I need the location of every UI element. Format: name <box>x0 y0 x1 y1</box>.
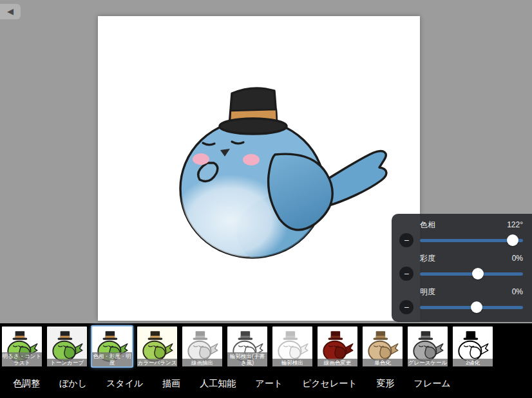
filter-thumbnail-label: 線画色変更 <box>318 359 357 366</box>
filter-thumbnail-label: 輪郭検出(手書き風) <box>227 352 267 366</box>
filter-thumbnail[interactable]: 単色化 <box>363 327 403 366</box>
hue-slider-row: 色相 122° − <box>399 218 523 251</box>
filter-thumbnail[interactable]: 色相・彩度・明度 <box>92 327 132 366</box>
hue-slider[interactable] <box>420 239 523 242</box>
hsb-adjust-panel: 色相 122° − 彩度 0% − <box>392 214 532 322</box>
filter-thumbnail[interactable]: グレースケール <box>408 327 448 366</box>
saturation-minus-button[interactable]: − <box>399 267 413 281</box>
filter-category-menu: 色調整ぼかしスタイル描画人工知能アートピクセレート変形フレーム <box>0 369 532 398</box>
saturation-slider-row: 彩度 0% − <box>399 251 523 285</box>
brightness-value: 0% <box>512 287 523 296</box>
filter-thumbnail-label: グレースケール <box>408 359 448 366</box>
filter-thumbnail-label: 明るさ・コントラスト <box>2 352 42 366</box>
bottom-bar: 明るさ・コントラスト トーンカーブ 色相・彩度・明度 カラーバランス 線画抽出 … <box>0 323 532 398</box>
hue-label: 色相 <box>420 220 435 231</box>
brightness-minus-button[interactable]: − <box>399 300 413 314</box>
menu-item[interactable]: 色調整 <box>13 378 40 390</box>
brightness-slider-row: 明度 0% − <box>399 285 523 318</box>
hue-value: 122° <box>507 220 523 229</box>
menu-item[interactable]: ぼかし <box>59 378 87 390</box>
menu-item[interactable]: スタイル <box>106 378 143 390</box>
menu-item[interactable]: アート <box>255 378 283 390</box>
filter-thumbnail[interactable]: 輪郭検出(手書き風) <box>227 327 267 366</box>
filter-thumbnail[interactable]: 明るさ・コントラスト <box>2 327 42 366</box>
filter-thumbnail[interactable]: 線画抽出 <box>182 327 222 366</box>
saturation-label: 彩度 <box>420 253 435 264</box>
drawing-canvas[interactable] <box>98 16 420 321</box>
saturation-value: 0% <box>512 254 523 263</box>
filter-thumbnail-label: トーンカーブ <box>47 359 87 366</box>
filter-thumbnail-label: 色相・彩度・明度 <box>92 352 132 366</box>
hue-minus-button[interactable]: − <box>399 233 413 247</box>
brightness-slider[interactable] <box>420 306 523 309</box>
menu-item[interactable]: ピクセレート <box>302 378 357 390</box>
saturation-slider-thumb[interactable] <box>472 268 484 280</box>
menu-item[interactable]: フレーム <box>414 378 451 390</box>
filter-thumbnail-label: 輪郭検出 <box>272 359 312 366</box>
filter-thumbnail[interactable]: 線画色変更 <box>318 327 357 366</box>
menu-item[interactable]: 描画 <box>162 378 180 390</box>
brightness-label: 明度 <box>420 287 435 298</box>
filter-thumbnail-label: 2値化 <box>453 359 493 366</box>
filter-thumbnail[interactable]: 2値化 <box>453 327 493 366</box>
saturation-slider[interactable] <box>420 272 523 276</box>
hue-slider-thumb[interactable] <box>507 234 518 246</box>
filter-thumbnail[interactable]: カラーバランス <box>137 327 177 366</box>
bird-artwork <box>98 16 420 321</box>
menu-item[interactable]: 変形 <box>377 378 395 390</box>
filter-thumbnail[interactable]: 輪郭検出 <box>272 327 312 366</box>
filter-thumbnail-label: カラーバランス <box>137 359 177 366</box>
menu-item[interactable]: 人工知能 <box>200 378 236 390</box>
brightness-slider-thumb[interactable] <box>471 301 482 313</box>
filter-thumbnail-label: 単色化 <box>363 359 403 366</box>
back-button[interactable]: ◀ <box>0 4 21 19</box>
app-screen: ◀ <box>0 0 532 398</box>
filter-thumbnail[interactable]: トーンカーブ <box>47 327 87 366</box>
filter-thumbnail-strip: 明るさ・コントラスト トーンカーブ 色相・彩度・明度 カラーバランス 線画抽出 … <box>0 323 532 369</box>
filter-thumbnail-label: 線画抽出 <box>182 359 222 366</box>
